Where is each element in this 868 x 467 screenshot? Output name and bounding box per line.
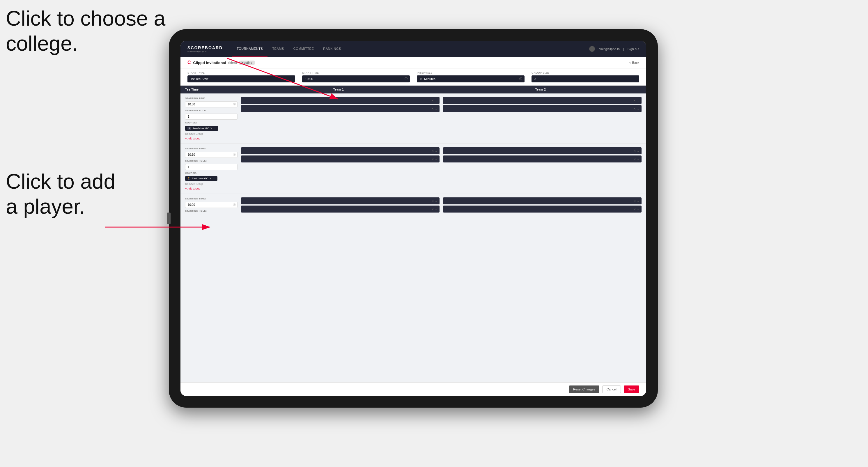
remove-group-btn-2[interactable]: Remove Group	[185, 183, 238, 185]
group-row-2: STARTING TIME: ⓘ STARTING HOLE: 1 COURSE…	[181, 144, 646, 194]
player-slot-expand-icon-2-2[interactable]: ⌄	[637, 107, 639, 110]
player-slot-2-2[interactable]: ✕ ⌄	[443, 105, 642, 112]
player-slot-x-icon-4-2[interactable]: ✕	[633, 157, 636, 161]
player-slot-expand-icon-3-1[interactable]: ⌄	[435, 149, 437, 153]
course-label-2: COURSE:	[185, 172, 238, 175]
course-tag-name-1: Peachtree GC	[192, 127, 209, 130]
start-time-field: Start Time ⓘ	[302, 71, 410, 83]
player-slot-x-icon-2-2[interactable]: ✕	[633, 107, 636, 110]
course-tag-close-icon-2[interactable]: ✕	[209, 177, 212, 180]
intervals-select[interactable]: 10 Minutes	[417, 75, 525, 83]
starting-time-label-1: STARTING TIME:	[185, 97, 238, 100]
team1-cell-3: ✕ ⌄ ✕ ⌄	[241, 197, 439, 213]
start-time-input-wrap: ⓘ	[302, 75, 410, 83]
player-slot-4-1[interactable]: ✕ ⌄	[443, 147, 642, 154]
player-slot-2-1[interactable]: ✕ ⌄	[443, 97, 642, 104]
save-button[interactable]: Save	[624, 385, 639, 393]
course-tag-icon-2: 🏌	[187, 177, 191, 180]
course-row-2: 🏌 East Lake GC ✕ ⌄	[185, 176, 238, 181]
team2-cell-1: ✕ ⌄ ✕ ⌄	[443, 97, 642, 140]
course-tag-expand-icon-2[interactable]: ⌄	[213, 177, 215, 180]
start-type-label: Start Type	[187, 71, 295, 74]
course-tag-name-2: East Lake GC	[192, 177, 208, 180]
player-slot-x-icon-6-2[interactable]: ✕	[633, 208, 636, 211]
player-slot-5-2[interactable]: ✕ ⌄	[241, 206, 439, 213]
th-team2: Team 2	[439, 88, 642, 91]
starting-time-input-3[interactable]	[185, 202, 238, 208]
player-slot-x-icon-1-2[interactable]: ✕	[431, 107, 434, 110]
starting-time-input-2[interactable]	[185, 152, 238, 158]
course-tag-1[interactable]: A Peachtree GC ✕ ⌄	[185, 126, 218, 131]
player-slot-expand-icon-3-2[interactable]: ⌄	[435, 157, 437, 161]
user-email: blair@clippd.io	[598, 47, 619, 51]
player-slot-expand-icon-5-1[interactable]: ⌄	[435, 199, 437, 203]
starting-time-input-1[interactable]	[185, 101, 238, 107]
nav-tab-committee[interactable]: COMMITTEE	[289, 41, 319, 57]
team2-cell-2: ✕ ⌄ ✕ ⌄	[443, 147, 642, 190]
th-tee-time: Tee Time	[185, 88, 238, 91]
start-type-field: Start Type 1st Tee Start	[187, 71, 295, 83]
player-slot-x-icon-6-1[interactable]: ✕	[633, 199, 636, 203]
logo-text: SCOREBOARD	[187, 45, 223, 50]
player-slot-x-icon-5-1[interactable]: ✕	[431, 199, 434, 203]
player-slot-expand-icon-4-2[interactable]: ⌄	[637, 157, 639, 161]
nav-tab-tournaments[interactable]: TOURNAMENTS	[232, 41, 268, 57]
player-slot-expand-icon-2-1[interactable]: ⌄	[637, 99, 639, 102]
sign-out-link[interactable]: Sign out	[627, 47, 639, 51]
player-slot-x-icon-1-1[interactable]: ✕	[431, 99, 434, 102]
remove-group-btn-1[interactable]: Remove Group	[185, 132, 238, 135]
nav-tab-rankings[interactable]: RANKINGS	[318, 41, 345, 57]
player-slot-expand-icon-6-2[interactable]: ⌄	[637, 208, 639, 211]
player-slot-6-1[interactable]: ✕ ⌄	[443, 197, 642, 205]
logo-sub: Powered by clippd	[187, 50, 223, 53]
course-tag-2[interactable]: 🏌 East Lake GC ✕ ⌄	[185, 176, 217, 181]
config-row: Start Type 1st Tee Start Start Time ⓘ In…	[181, 68, 646, 86]
team2-cell-3: ✕ ⌄ ✕ ⌄	[443, 197, 642, 213]
course-tag-expand-icon-1[interactable]: ⌄	[214, 127, 216, 130]
course-tag-close-icon-1[interactable]: ✕	[210, 127, 213, 130]
player-slot-expand-icon-4-1[interactable]: ⌄	[637, 149, 639, 153]
start-time-input[interactable]	[302, 75, 410, 83]
group-size-select[interactable]: 3	[531, 75, 639, 83]
event-type: (Men)	[228, 61, 237, 64]
course-row-1: A Peachtree GC ✕ ⌄	[185, 126, 238, 131]
player-slot-x-icon-4-1[interactable]: ✕	[633, 149, 636, 153]
starting-time-info-icon-3: ⓘ	[233, 203, 236, 207]
player-slot-4-2[interactable]: ✕ ⌄	[443, 155, 642, 162]
group-left-3: STARTING TIME: ⓘ STARTING HOLE:	[185, 197, 238, 213]
group-size-field: Group Size 3	[531, 71, 639, 83]
starting-hole-wrap-2: 1	[185, 164, 238, 170]
start-type-select[interactable]: 1st Tee Start	[187, 75, 295, 83]
player-slot-3-1[interactable]: ✕ ⌄	[241, 147, 439, 154]
player-slot-1-1[interactable]: ✕ ⌄	[241, 97, 439, 104]
player-slot-x-icon-5-2[interactable]: ✕	[431, 208, 434, 211]
starting-hole-label-1: STARTING HOLE:	[185, 109, 238, 112]
group-row-1: STARTING TIME: ⓘ STARTING HOLE: 1 COURSE…	[181, 93, 646, 144]
player-slot-expand-icon-1-1[interactable]: ⌄	[435, 99, 437, 102]
player-slot-expand-icon-1-2[interactable]: ⌄	[435, 107, 437, 110]
player-slot-expand-icon-5-2[interactable]: ⌄	[435, 208, 437, 211]
intervals-info-icon: ⓘ	[519, 77, 522, 81]
group-size-input-wrap: 3	[531, 75, 639, 83]
back-button[interactable]: < Back	[629, 61, 639, 64]
starting-hole-select-1[interactable]: 1	[185, 114, 238, 120]
player-slot-5-1[interactable]: ✕ ⌄	[241, 197, 439, 205]
add-group-btn-1[interactable]: + Add Group	[185, 137, 238, 140]
player-slot-expand-icon-6-1[interactable]: ⌄	[637, 199, 639, 203]
starting-time-info-icon-1: ⓘ	[233, 102, 236, 106]
starting-hole-select-2[interactable]: 1	[185, 164, 238, 170]
player-slot-6-2[interactable]: ✕ ⌄	[443, 206, 642, 213]
start-time-label: Start Time	[302, 71, 410, 74]
add-group-btn-2[interactable]: + Add Group	[185, 187, 238, 190]
player-slot-1-2[interactable]: ✕ ⌄	[241, 105, 439, 112]
cancel-button[interactable]: Cancel	[602, 385, 621, 393]
course-tag-letter-1: A	[187, 127, 191, 130]
add-group-plus-icon-1: +	[185, 137, 187, 140]
player-slot-x-icon-2-1[interactable]: ✕	[633, 99, 636, 102]
reset-changes-button[interactable]: Reset Changes	[569, 385, 599, 393]
player-slot-3-2[interactable]: ✕ ⌄	[241, 155, 439, 162]
nav-tab-teams[interactable]: TEAMS	[268, 41, 288, 57]
player-slot-x-icon-3-2[interactable]: ✕	[431, 157, 434, 161]
intervals-field: Intervals 10 Minutes ⓘ	[417, 71, 525, 83]
player-slot-x-icon-3-1[interactable]: ✕	[431, 149, 434, 153]
